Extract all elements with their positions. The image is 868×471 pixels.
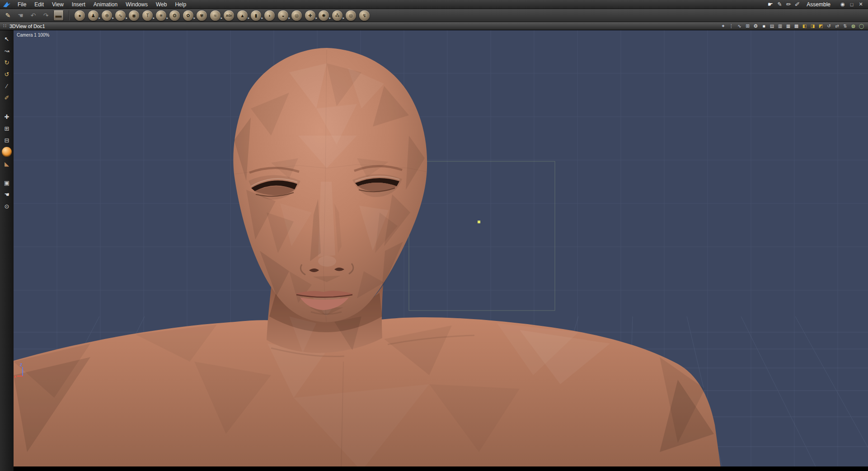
menu-view[interactable]: View xyxy=(48,0,68,9)
spline-object-icon-dropdown[interactable]: ▸ xyxy=(126,16,127,20)
cone-tool-icon[interactable]: ◣ xyxy=(2,159,12,169)
texture-room-icon[interactable]: ✏ xyxy=(785,1,791,8)
scene-info-icon[interactable]: ⋮ xyxy=(728,23,735,29)
tree-icon[interactable]: ✾ xyxy=(197,10,207,21)
rotate-tool-icon[interactable]: ↻ xyxy=(2,57,12,67)
shaded-sphere-icon[interactable] xyxy=(2,147,12,157)
wand-icon[interactable]: ↯ xyxy=(359,10,370,21)
gear-object-icon-dropdown[interactable]: ▸ xyxy=(166,16,168,20)
text-object-icon[interactable]: T▸ xyxy=(142,10,153,21)
viewport[interactable]: Camera 1 100% xyxy=(14,30,868,471)
plant-icon[interactable]: ✿▸ xyxy=(183,10,193,21)
figure-icon[interactable]: ♟▸ xyxy=(88,10,99,21)
rock-object-icon[interactable]: ❂ xyxy=(169,10,180,21)
target-helper-icon[interactable]: ◎ xyxy=(346,10,356,21)
layout-three-pane-icon[interactable]: ▦ xyxy=(785,23,792,29)
viewport-canvas[interactable]: z x xyxy=(14,30,868,471)
assemble-room-icon[interactable]: ☛ xyxy=(767,1,774,8)
particles-icon-dropdown[interactable]: ▸ xyxy=(329,16,331,20)
scene-info-icon: ⋮ xyxy=(729,24,734,28)
shade-flat-icon[interactable]: ◧ xyxy=(801,23,808,29)
shade-textured-icon: ◩ xyxy=(819,24,823,28)
cloth-icon-dropdown[interactable]: ▸ xyxy=(288,16,290,20)
shade-gouraud-icon[interactable]: ◨ xyxy=(809,23,816,29)
gear-object-icon[interactable]: ✳▸ xyxy=(156,10,166,21)
particle-emitter-icon[interactable]: ▮▸ xyxy=(251,10,261,21)
move-tool-icon[interactable]: ✚ xyxy=(2,112,12,122)
geodesic-sphere-icon-dropdown[interactable]: ▸ xyxy=(112,16,114,20)
shade-textured-icon[interactable]: ◩ xyxy=(817,23,824,29)
swarm-icon[interactable]: ⁂▸ xyxy=(332,10,343,21)
cloth-icon[interactable]: ◒▸ xyxy=(278,10,288,21)
menubar-right: ☛✎✏✐ Assemble ◉□✕ xyxy=(768,1,866,8)
terrain-icon[interactable]: ▲▸ xyxy=(237,10,248,21)
menu-help[interactable]: Help xyxy=(171,0,190,9)
eye-icon: ◉ xyxy=(840,1,845,7)
shell-icon[interactable]: ◗ xyxy=(264,10,275,21)
viewport-menu-icon[interactable]: ∷ xyxy=(3,23,6,29)
pencil-tool-icon[interactable]: ✎ xyxy=(3,10,13,21)
needle-tool-icon[interactable]: ∕ xyxy=(2,81,12,91)
layout-two-vertical-icon[interactable]: ▥ xyxy=(777,23,784,29)
needle-icon[interactable]: ✚▸ xyxy=(305,10,315,21)
bezier-select-tool-icon[interactable]: ↝ xyxy=(2,46,12,56)
render-room-icon[interactable]: ✐ xyxy=(794,1,800,8)
menu-file[interactable]: File xyxy=(14,0,30,9)
menu-windows[interactable]: Windows xyxy=(122,0,152,9)
camera-tool-icon[interactable]: ▣ xyxy=(2,178,12,188)
eye-icon[interactable]: ◉ xyxy=(839,1,846,7)
gear-object-icon: ✳ xyxy=(159,13,163,18)
ocean-icon-dropdown[interactable]: ▸ xyxy=(221,16,222,20)
pan-view-icon: ⇄ xyxy=(835,24,839,28)
redo-icon[interactable]: ↷ xyxy=(41,10,51,21)
window-controls: ◉□✕ xyxy=(839,1,864,7)
layout-two-horizontal-icon[interactable]: ▤ xyxy=(769,23,775,29)
orbit-tool-icon[interactable]: ↺ xyxy=(2,69,12,79)
spline-object-icon[interactable]: ∿▸ xyxy=(115,10,126,21)
layout-two-vertical-icon: ▥ xyxy=(778,24,782,28)
menu-web[interactable]: Web xyxy=(152,0,171,9)
text-object-icon-dropdown[interactable]: ▸ xyxy=(153,16,155,20)
layout-four-pane-icon[interactable]: ▩ xyxy=(793,23,800,29)
needle-icon-dropdown[interactable]: ▸ xyxy=(315,16,317,20)
metaball-icon[interactable]: ◉ xyxy=(129,10,139,21)
rotate-view-icon[interactable]: ↺ xyxy=(826,23,832,29)
model-room-icon[interactable]: ✎ xyxy=(777,1,783,8)
pan-hand-icon[interactable]: ☚ xyxy=(15,10,26,21)
uniform-scale-tool-icon[interactable]: ⊟ xyxy=(2,135,12,145)
wire-sphere-icon[interactable]: ◯ xyxy=(858,23,865,29)
preview-sphere-icon[interactable]: ◍ xyxy=(850,23,857,29)
menu-edit[interactable]: Edit xyxy=(30,0,48,9)
vertex-object-icon[interactable]: ● xyxy=(75,10,85,21)
ocean-icon[interactable]: ≈▸ xyxy=(210,10,221,21)
maximize-button[interactable]: □ xyxy=(848,1,855,7)
ring-sphere-icon[interactable]: ◎ xyxy=(291,10,302,21)
layout-single-icon[interactable]: ■ xyxy=(760,23,767,29)
menu-animation[interactable]: Animation xyxy=(89,0,122,9)
plant-icon-dropdown[interactable]: ▸ xyxy=(193,16,195,20)
select-tool-icon[interactable]: ↖ xyxy=(2,34,12,44)
agr-icon[interactable]: AGr xyxy=(224,10,234,21)
zoom-tool-icon[interactable]: ⊙ xyxy=(2,201,12,211)
figure-icon-dropdown[interactable]: ▸ xyxy=(99,16,100,20)
particle-emitter-icon-dropdown[interactable]: ▸ xyxy=(261,16,263,20)
display-quality-icon[interactable]: ✦ xyxy=(720,23,727,29)
dolly-view-icon[interactable]: ⇅ xyxy=(842,23,849,29)
close-button[interactable]: ✕ xyxy=(857,1,864,7)
swarm-icon-dropdown[interactable]: ▸ xyxy=(343,16,344,20)
geodesic-sphere-icon[interactable]: ⊕▸ xyxy=(102,10,112,21)
bounding-box-toggle-icon[interactable]: ⊞ xyxy=(744,23,751,29)
undo-icon[interactable]: ↶ xyxy=(28,10,38,21)
pan-tool-icon[interactable]: ☚ xyxy=(2,189,12,199)
wire-globe-icon[interactable]: ❂ xyxy=(752,23,759,29)
pan-view-icon[interactable]: ⇄ xyxy=(834,23,840,29)
particles-icon[interactable]: ✺▸ xyxy=(319,10,329,21)
scale-tool-icon[interactable]: ⊞ xyxy=(2,123,12,133)
selection-handle[interactable] xyxy=(478,221,480,223)
menu-insert[interactable]: Insert xyxy=(68,0,89,9)
paint-roller-icon[interactable]: ▬ xyxy=(53,10,64,21)
motion-blur-icon[interactable]: ∿ xyxy=(736,23,743,29)
terrain-icon-dropdown[interactable]: ▸ xyxy=(248,16,249,20)
zoom-tool-icon: ⊙ xyxy=(5,203,9,210)
dropper-tool-icon[interactable]: ✐ xyxy=(2,93,12,103)
